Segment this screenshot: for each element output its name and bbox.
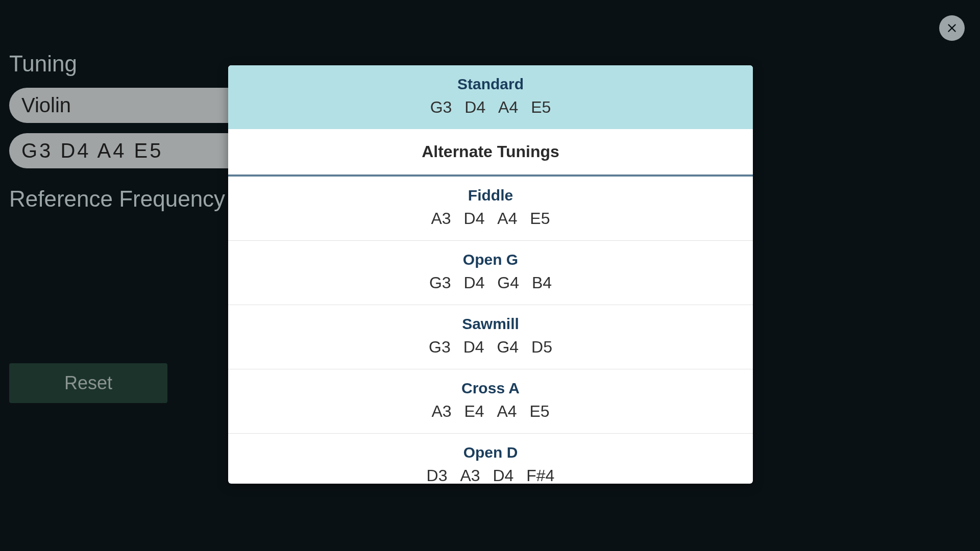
instrument-selector[interactable]: Violin [9,88,259,123]
tuning-option-name: Open D [228,444,753,461]
tuning-option-open-d[interactable]: Open D D3 A3 D4 F#4 [228,434,753,484]
tuning-option-notes: G3 D4 G4 B4 [228,273,753,292]
alternate-tunings-list: Fiddle A3 D4 A4 E5 Open G G3 D4 G4 B4 Sa… [228,177,753,484]
tuning-option-name: Fiddle [228,187,753,204]
tuning-option-sawmill[interactable]: Sawmill G3 D4 G4 D5 [228,305,753,369]
tuning-option-open-g[interactable]: Open G G3 D4 G4 B4 [228,241,753,305]
tuning-option-name: Sawmill [228,315,753,333]
tuning-option-fiddle[interactable]: Fiddle A3 D4 A4 E5 [228,177,753,241]
tuning-option-name: Standard [228,76,753,93]
tuning-notes-value: G3 D4 A4 E5 [21,139,163,162]
tuning-option-notes: G3 D4 A4 E5 [228,98,753,117]
tuning-option-notes: A3 D4 A4 E5 [228,209,753,228]
tuning-option-standard[interactable]: Standard G3 D4 A4 E5 [228,65,753,129]
close-button[interactable] [939,15,965,41]
instrument-value: Violin [21,94,71,116]
reset-button[interactable]: Reset [9,363,167,403]
tuning-option-notes: D3 A3 D4 F#4 [228,466,753,484]
tuning-notes-selector[interactable]: G3 D4 A4 E5 [9,133,259,168]
tuning-option-name: Open G [228,251,753,268]
tuning-option-name: Cross A [228,380,753,397]
tuning-selection-modal: Standard G3 D4 A4 E5 Alternate Tunings F… [228,65,753,484]
tuning-option-notes: A3 E4 A4 E5 [228,402,753,421]
tuning-option-cross-a[interactable]: Cross A A3 E4 A4 E5 [228,369,753,434]
tuning-option-notes: G3 D4 G4 D5 [228,338,753,357]
close-icon [945,21,959,35]
alternate-tunings-header: Alternate Tunings [228,129,753,177]
